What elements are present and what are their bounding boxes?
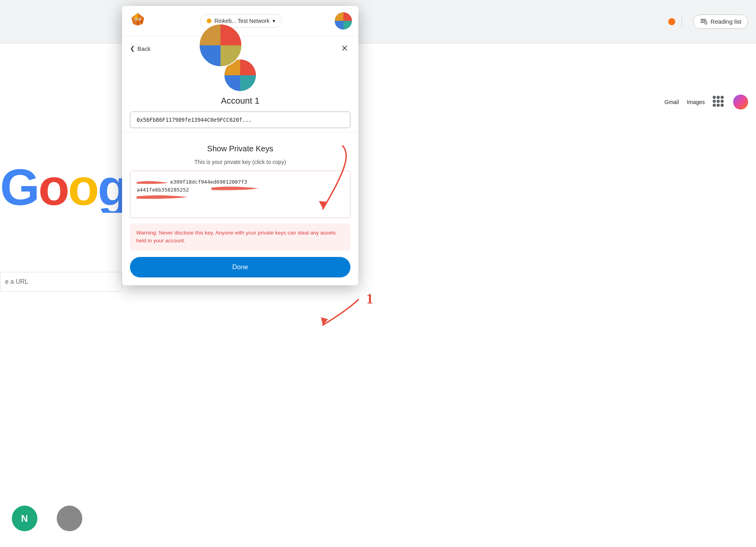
section-divider	[122, 132, 358, 132]
warning-text: Warning: Never disclose this key. Anyone…	[136, 230, 335, 244]
taskbar-icon-2[interactable]: Parap	[57, 506, 82, 539]
taskbar-icon-1[interactable]: N Free Text to S...	[8, 506, 41, 539]
back-label: Back	[137, 45, 150, 52]
network-label: Rinkeb... Test Network	[215, 18, 270, 24]
images-link[interactable]: Images	[687, 99, 705, 105]
notification-dot	[668, 18, 675, 25]
taskbar-icon-circle-1: N	[12, 506, 37, 531]
browser-topbar: Reading list	[0, 0, 756, 43]
svg-rect-0	[700, 19, 706, 20]
svg-point-13	[139, 19, 141, 20]
private-key-box[interactable]: e309f18dcf944ed69012007f3 a441fe6b358285…	[130, 171, 350, 218]
warning-box: Warning: Never disclose this key. Anyone…	[130, 223, 350, 251]
private-key-scribble-overlay: e309f18dcf944ed69012007f3 a441fe6b358285…	[137, 177, 344, 208]
svg-rect-3	[705, 21, 707, 24]
browser-top-right: Reading list	[668, 15, 748, 29]
address-box[interactable]: 0x56Fb86F117909fe13944C0e9FCC620f...	[130, 112, 350, 128]
url-bar-text: e a URL	[5, 278, 28, 285]
svg-rect-2	[700, 22, 704, 23]
back-chevron: ❮	[130, 45, 135, 52]
user-avatar[interactable]	[733, 95, 748, 110]
taskbar-icon-label-1: Free Text to S...	[8, 534, 41, 539]
large-pie-chart-floating	[199, 24, 242, 67]
mm-account-avatar-top[interactable]	[335, 12, 352, 30]
taskbar-icon-circle-2	[57, 506, 82, 531]
taskbar-icons: N Free Text to S... Parap	[0, 498, 122, 547]
mm-content: ❮ Back ✕ Account 1 0x56Fb86F117909fe1394…	[122, 36, 358, 277]
metamask-fox-logo	[128, 11, 147, 30]
private-keys-section: Show Private Keys This is your private k…	[122, 136, 358, 251]
private-keys-subtitle: This is your private key (click to copy)	[130, 159, 350, 165]
account-title: Account 1	[122, 96, 358, 106]
svg-text:a441fe6b358285252: a441fe6b358285252	[137, 187, 189, 193]
private-keys-title: Show Private Keys	[130, 144, 350, 153]
address-text: 0x56Fb86F117909fe13944C0e9FCC620f...	[137, 117, 252, 123]
google-topright-links: Gmail Images	[665, 95, 756, 110]
network-status-dot	[207, 19, 211, 23]
close-button[interactable]: ✕	[339, 43, 350, 54]
reading-list-icon	[700, 18, 708, 26]
reading-list-button[interactable]: Reading list	[693, 15, 748, 29]
back-button[interactable]: ❮ Back	[130, 45, 150, 52]
google-page-background: Google e a URL N Free Text to S... Parap…	[0, 43, 756, 547]
done-label: Done	[232, 263, 248, 271]
svg-text:e309f18dcf944ed69012007f3: e309f18dcf944ed69012007f3	[170, 179, 247, 185]
taskbar-icon-label-2: Parap	[63, 534, 76, 539]
private-key-text: e309f18dcf944ed69012007f3 a441fe6b358285…	[137, 177, 344, 208]
divider	[682, 16, 682, 28]
svg-point-12	[135, 19, 137, 20]
gmail-link[interactable]: Gmail	[665, 99, 679, 105]
network-chevron: ▾	[272, 18, 275, 24]
done-button[interactable]: Done	[130, 257, 350, 277]
google-logo: Google	[0, 162, 122, 213]
apps-menu-button[interactable]	[713, 96, 725, 108]
account-avatar-pie	[335, 12, 352, 30]
reading-list-label: Reading list	[711, 18, 741, 25]
url-bar-bottom[interactable]: e a URL	[0, 272, 122, 292]
